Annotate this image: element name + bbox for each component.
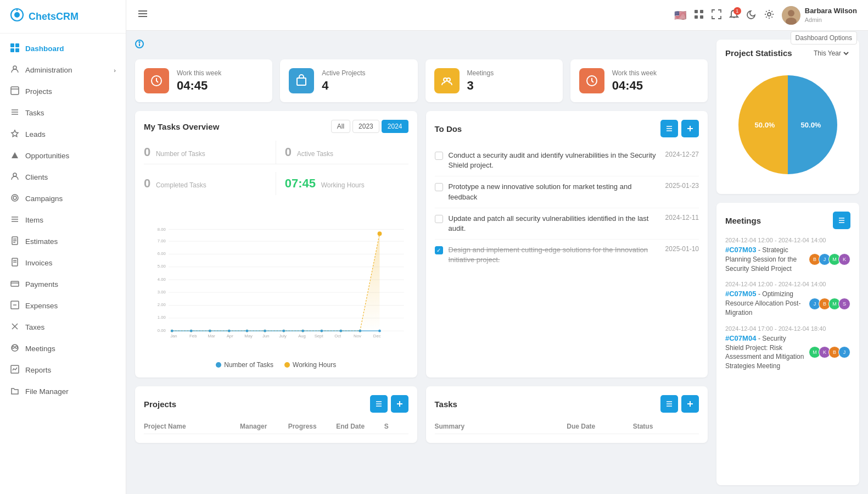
todo-checkbox-4[interactable]: ✓ xyxy=(435,246,443,254)
meeting-entry-2: 2024-12-04 12:00 - 2024-12-04 14:00 #C07… xyxy=(725,281,850,317)
sidebar-item-dashboard[interactable]: Dashboard xyxy=(0,38,126,59)
content-main: Work this week 04:45 Active Projects 4 xyxy=(135,40,708,485)
dashboard-options-label[interactable]: Dashboard Options xyxy=(791,31,857,45)
sidebar-item-projects[interactable]: Projects xyxy=(0,81,126,102)
user-info: Barbara Wilson Admin xyxy=(805,7,857,24)
svg-rect-5 xyxy=(10,48,14,52)
col-project-name: Project Name xyxy=(144,423,240,430)
svg-point-112 xyxy=(359,330,361,332)
meeting-entry-3: 2024-12-04 17:00 - 2024-12-04 18:40 #C07… xyxy=(725,325,850,371)
year-select[interactable]: This Year Last Year xyxy=(811,49,850,58)
meeting-row-1: #C07M03 - Strategic Planning Session for… xyxy=(725,246,850,273)
notifications-icon[interactable]: 1 xyxy=(729,9,739,21)
sidebar-item-tasks[interactable]: Tasks xyxy=(0,102,126,124)
app-name: ChetsCRM xyxy=(29,11,79,23)
sidebar-item-clients[interactable]: Clients xyxy=(0,166,126,188)
sidebar-item-payments[interactable]: Payments xyxy=(0,274,126,295)
svg-text:Dec: Dec xyxy=(373,334,381,338)
svg-point-102 xyxy=(171,330,173,332)
svg-text:Feb: Feb xyxy=(189,334,197,338)
tab-2024[interactable]: 2024 xyxy=(382,120,408,133)
sidebar-item-taxes[interactable]: Taxes xyxy=(0,317,126,338)
sidebar-item-opportunities[interactable]: Opportunities xyxy=(0,145,126,166)
sidebar-item-leads[interactable]: Leads xyxy=(0,124,126,145)
fullscreen-icon[interactable] xyxy=(712,9,721,21)
svg-point-107 xyxy=(264,330,266,332)
meeting-time-3: 2024-12-04 17:00 - 2024-12-04 18:40 xyxy=(725,325,850,332)
svg-text:4.00: 4.00 xyxy=(158,277,166,282)
projects-list-button[interactable] xyxy=(370,395,388,413)
settings-icon[interactable] xyxy=(764,9,774,21)
stat-label-4: Work this week xyxy=(612,69,657,77)
stat-label-3: Meetings xyxy=(467,69,494,77)
todo-checkbox-1[interactable] xyxy=(435,152,443,160)
sidebar-item-label: Projects xyxy=(25,87,52,96)
stat-info-2: Active Projects 4 xyxy=(322,69,365,93)
task-hours-label: Working Hours xyxy=(321,181,365,189)
meetings-stat-icon xyxy=(434,68,460,93)
meeting-avatars-1: B J M K xyxy=(809,253,850,265)
todos-list-button[interactable] xyxy=(660,120,678,137)
sidebar-item-campaigns[interactable]: Campaigns xyxy=(0,188,126,209)
user-profile[interactable]: Barbara Wilson Admin xyxy=(782,6,857,25)
tab-all[interactable]: All xyxy=(331,120,350,133)
meeting-id-1[interactable]: #C07M03 xyxy=(725,246,756,254)
svg-point-57 xyxy=(447,78,450,81)
dark-mode-icon[interactable] xyxy=(747,9,757,21)
menu-toggle-button[interactable] xyxy=(137,8,148,22)
tasks-panel-header: My Tasks Overview All 2023 2024 xyxy=(144,120,408,133)
content-right: Project Statistics This Year Last Year xyxy=(716,40,859,485)
todo-checkbox-3[interactable] xyxy=(435,215,443,223)
todos-panel: To Dos xyxy=(426,111,708,378)
todo-date-3: 2024-12-11 xyxy=(665,214,699,221)
sidebar-item-label: File Manager xyxy=(25,387,69,396)
user-name: Barbara Wilson xyxy=(805,7,857,16)
pie-chart-svg: 50.0% 50.0% xyxy=(733,70,843,180)
sidebar-item-label: Items xyxy=(25,216,43,224)
sidebar-item-label: Reports xyxy=(25,366,51,374)
sidebar-item-items[interactable]: Items xyxy=(0,209,126,231)
projects-table-columns: Project Name Manager Progress End Date S xyxy=(144,419,408,434)
meeting-id-3[interactable]: #C07M04 xyxy=(725,334,756,342)
meeting-info-3: #C07M04 - Security Shield Project: Risk … xyxy=(725,334,804,371)
sidebar-item-file-manager[interactable]: File Manager xyxy=(0,381,126,402)
info-icon[interactable] xyxy=(135,40,144,51)
meeting-info-1: #C07M03 - Strategic Planning Session for… xyxy=(725,246,804,273)
projects-table-title: Projects xyxy=(144,399,176,409)
svg-point-109 xyxy=(301,330,304,332)
svg-text:50.0%: 50.0% xyxy=(755,121,775,129)
col-status: S xyxy=(384,423,408,430)
tasks-add-button[interactable] xyxy=(681,395,699,413)
apps-icon[interactable] xyxy=(694,9,704,21)
tasks-list-button[interactable] xyxy=(660,395,678,413)
svg-point-35 xyxy=(12,346,14,348)
user-role: Admin xyxy=(805,16,857,24)
todo-checkbox-2[interactable] xyxy=(435,183,443,191)
work-week-icon-1 xyxy=(144,68,169,93)
svg-rect-6 xyxy=(15,48,19,52)
sidebar-item-reports[interactable]: Reports xyxy=(0,359,126,381)
tab-2023[interactable]: 2023 xyxy=(352,120,379,133)
projects-add-button[interactable] xyxy=(391,395,408,413)
todo-item-2: Prototype a new innovative solution for … xyxy=(435,176,699,208)
sidebar-item-invoices[interactable]: Invoices xyxy=(0,252,126,274)
todos-add-button[interactable] xyxy=(681,120,699,137)
task-stat-number: 0 Number of Tasks xyxy=(144,141,276,164)
avatar xyxy=(782,6,800,25)
clients-icon xyxy=(10,172,20,182)
sidebar-item-estimates[interactable]: Estimates xyxy=(0,231,126,252)
logo[interactable]: ChetsCRM xyxy=(0,0,126,34)
legend-tasks: Number of Tasks xyxy=(216,361,273,369)
sidebar-item-meetings[interactable]: Meetings xyxy=(0,338,126,359)
language-flag[interactable]: 🇺🇸 xyxy=(674,9,686,21)
svg-point-1 xyxy=(14,12,20,18)
sidebar-item-administration[interactable]: Administration › xyxy=(0,59,126,81)
todo-date-2: 2025-01-23 xyxy=(665,182,699,190)
task-number-label: Number of Tasks xyxy=(156,150,205,158)
meetings-right-panel: Meetings 2024-12-04 12:00 - 2024-12-04 1… xyxy=(716,203,859,485)
meetings-list-button[interactable] xyxy=(833,212,850,229)
meeting-id-2[interactable]: #C07M05 xyxy=(725,290,756,298)
sidebar-item-expenses[interactable]: Expenses xyxy=(0,295,126,317)
estimates-icon xyxy=(10,236,20,247)
project-stats-panel: Project Statistics This Year Last Year xyxy=(716,40,859,194)
